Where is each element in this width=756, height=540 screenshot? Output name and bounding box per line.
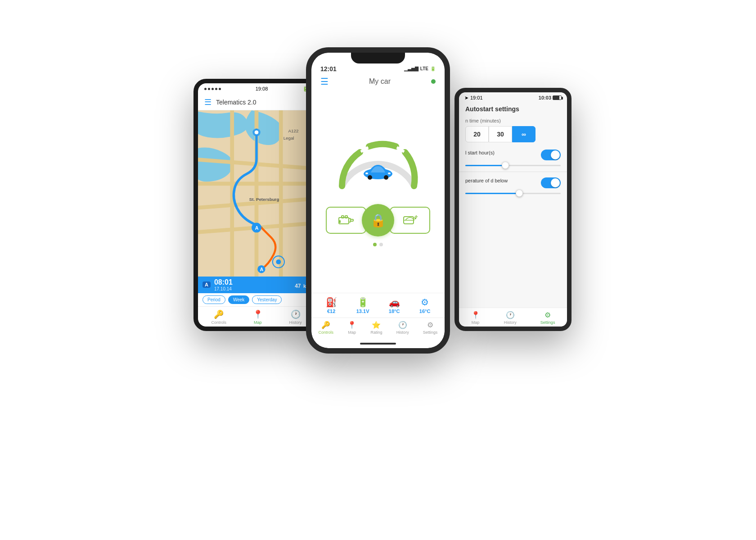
svg-line-20 xyxy=(397,147,404,152)
battery-tip xyxy=(562,97,563,100)
dot3 xyxy=(212,88,214,90)
right-phone-screen: ➤ 19:01 10:03 Autostart settings n time … xyxy=(459,92,567,327)
right-page-title: Autostart settings xyxy=(459,103,567,116)
right-status-icons: 10:03 xyxy=(539,95,562,100)
center-nav-rating[interactable]: ⭐ Rating xyxy=(370,321,382,335)
center-nav-settings[interactable]: ⚙ Settings xyxy=(423,321,438,335)
center-status-time: 12:01 xyxy=(320,65,337,73)
left-app-header: ☰ Telematics 2.0 xyxy=(198,95,315,110)
engine-temp-icon: ⚙ xyxy=(421,297,429,308)
map-info-bar: A 08:01 17.10.14 47 km xyxy=(198,277,315,293)
dot1 xyxy=(204,88,207,90)
center-nav-controls[interactable]: 🔑 Controls xyxy=(319,321,334,335)
history-icon-left: 🕐 xyxy=(291,309,301,319)
right-bottom-nav: 📍 Map 🕐 History ⚙ Settings xyxy=(459,308,567,327)
lock-button[interactable]: 🔒 xyxy=(362,204,394,236)
right-nav-history-label: History xyxy=(504,320,517,325)
map-pin-icon: 📍 xyxy=(253,309,263,319)
left-app-title: Telematics 2.0 xyxy=(216,99,256,106)
left-nav-controls-label: Controls xyxy=(211,320,226,325)
settings-gear-icon: ⚙ xyxy=(427,321,433,329)
fuel-value: €12 xyxy=(327,309,335,314)
toggle2-knob xyxy=(551,178,560,187)
lock-icon: 🔒 xyxy=(370,213,386,228)
period-btn-yesterday[interactable]: Yesterday xyxy=(252,295,282,304)
left-status-time: 19:08 xyxy=(256,86,268,91)
right-nav-settings-label: Settings xyxy=(540,320,555,325)
center-nav-history[interactable]: 🕐 History xyxy=(396,321,409,335)
center-menu-icon[interactable]: ☰ xyxy=(320,76,328,87)
svg-point-18 xyxy=(276,259,281,264)
right-nav-map[interactable]: 📍 Map xyxy=(471,311,480,325)
time-btn-infinity[interactable]: ∞ xyxy=(512,126,536,142)
divider1 xyxy=(459,172,567,172)
signal-dots xyxy=(204,88,221,90)
page-dot-2 xyxy=(379,243,383,246)
right-nav-history[interactable]: 🕐 History xyxy=(504,311,517,325)
svg-text:A122: A122 xyxy=(288,128,299,133)
svg-point-22 xyxy=(368,175,372,180)
center-bottom-nav: 🔑 Controls 📍 Map ⭐ Rating 🕐 History ⚙ xyxy=(311,318,445,339)
autostart-toggle-row2: perature of d below xyxy=(459,174,567,192)
svg-text:A: A xyxy=(260,267,264,272)
signal-bars-icon: ▁▃▅▇ xyxy=(404,66,418,71)
slider-row1 xyxy=(459,164,567,170)
iphone-notch xyxy=(351,53,405,64)
page-dot-1 xyxy=(373,243,377,246)
center-nav-history-label: History xyxy=(396,330,409,335)
time-btn-20[interactable]: 20 xyxy=(465,126,489,142)
lte-label: LTE xyxy=(420,66,428,71)
voltage-value: 13.1V xyxy=(356,309,369,314)
dot2 xyxy=(208,88,210,90)
left-nav-map-label: Map xyxy=(254,320,262,325)
left-phone-screen: 19:08 🔋 ☰ Telematics 2.0 xyxy=(198,83,315,327)
engine-button[interactable] xyxy=(326,207,366,234)
left-nav-history[interactable]: 🕐 History xyxy=(289,309,302,325)
center-status-icons: ▁▃▅▇ LTE 🔋 xyxy=(404,66,436,71)
outside-temp-value: 18°C xyxy=(389,309,400,314)
slider-track2[interactable] xyxy=(465,193,561,194)
slider-track1[interactable] xyxy=(465,165,561,166)
period-bar: Period Week Yesterday xyxy=(198,293,315,306)
battery-fill xyxy=(553,96,559,100)
center-nav-rating-label: Rating xyxy=(370,330,382,335)
right-phone: ➤ 19:01 10:03 Autostart settings n time … xyxy=(454,88,572,331)
right-time-icon: ➤ xyxy=(464,95,468,101)
svg-line-19 xyxy=(361,147,368,152)
center-nav-map-label: Map xyxy=(348,330,356,335)
metrics-bar: ⛽ €12 🔋 13.1V 🚗 18°C ⚙ 16°C xyxy=(311,293,445,318)
history-icon-right: 🕐 xyxy=(506,311,515,319)
svg-rect-31 xyxy=(339,220,341,223)
engine-temp-value: 16°C xyxy=(419,309,431,314)
slider-thumb1[interactable] xyxy=(502,162,509,169)
left-bottom-nav: 🔑 Controls 📍 Map 🕐 History xyxy=(198,306,315,327)
left-nav-controls[interactable]: 🔑 Controls xyxy=(211,309,226,325)
route-badge: A xyxy=(202,281,211,288)
slider-thumb2[interactable] xyxy=(516,190,523,197)
metric-fuel: ⛽ €12 xyxy=(326,297,337,314)
period-btn-week[interactable]: Week xyxy=(228,295,249,304)
left-nav-map[interactable]: 📍 Map xyxy=(253,309,263,325)
car-display: 🔒 xyxy=(311,91,445,293)
right-settings-icon: ⚙ xyxy=(544,311,551,319)
speedometer xyxy=(333,136,423,195)
svg-rect-27 xyxy=(342,216,344,218)
period-btn-period[interactable]: Period xyxy=(202,295,225,304)
history-icon-center: 🕐 xyxy=(398,321,407,329)
right-nav-map-label: Map xyxy=(472,320,480,325)
svg-point-23 xyxy=(384,175,388,180)
center-nav-map[interactable]: 📍 Map xyxy=(347,321,356,335)
right-nav-settings[interactable]: ⚙ Settings xyxy=(540,311,555,325)
left-map[interactable]: St. Petersburg Legal A122 A A xyxy=(198,110,315,277)
metric-voltage: 🔋 13.1V xyxy=(356,297,369,314)
lock-panel[interactable]: 🔒 xyxy=(326,204,430,236)
right-map-icon: 📍 xyxy=(471,311,480,319)
page-indicator xyxy=(373,243,383,246)
scene: 19:08 🔋 ☰ Telematics 2.0 xyxy=(176,34,580,507)
toggle2-label: perature of d below xyxy=(465,177,508,184)
trunk-button[interactable] xyxy=(390,207,430,234)
left-menu-icon[interactable]: ☰ xyxy=(204,97,212,107)
autostart-toggle2[interactable] xyxy=(541,177,561,188)
time-btn-30[interactable]: 30 xyxy=(489,126,512,142)
autostart-toggle1[interactable] xyxy=(541,150,561,160)
